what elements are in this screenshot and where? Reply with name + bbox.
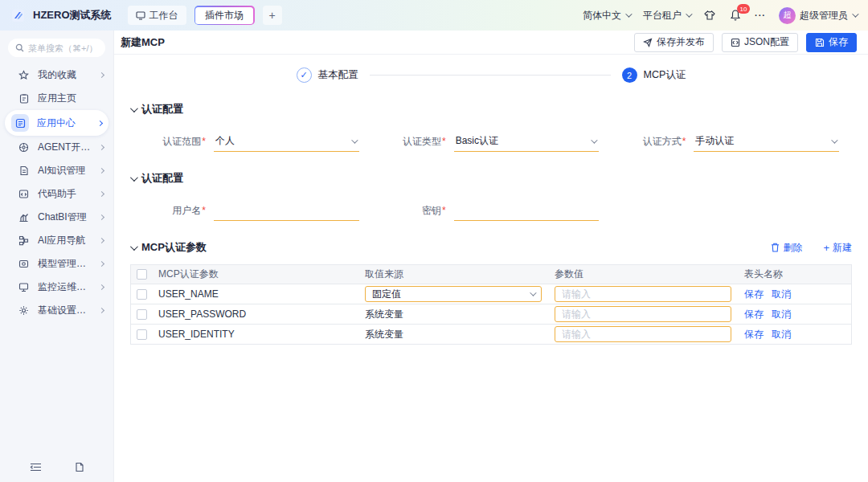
sidebar-item-ai-app-nav[interactable]: AI应用导航: [0, 229, 113, 252]
chevron-down-icon: [625, 10, 632, 17]
sidebar-item-ai-knowledge[interactable]: AI知识管理: [0, 159, 113, 182]
sidebar-item-base-settings[interactable]: 基础设置中心: [0, 299, 113, 322]
sidebar-item-label: AI应用导航: [38, 234, 92, 247]
menu-search[interactable]: [8, 39, 105, 57]
step-number: 2: [622, 67, 637, 83]
param-name-cell: USER_IDENTITY: [152, 329, 358, 340]
search-input[interactable]: [28, 43, 99, 53]
column-header: 参数值: [548, 268, 738, 281]
star-icon: [18, 69, 30, 81]
param-name-cell: USER_NAME: [152, 288, 358, 300]
select-all-checkbox[interactable]: [137, 269, 147, 280]
sidebar-item-code-assistant[interactable]: 代码助手: [0, 182, 113, 206]
sidebar-item-chatbi[interactable]: ChatBI管理: [0, 206, 113, 229]
param-value-input[interactable]: [562, 329, 724, 340]
bar-chart-icon: [18, 211, 30, 223]
collapse-chevron-icon[interactable]: [130, 243, 138, 251]
topbar: HZERO测试系统 工作台 插件市场 + 简体中文 平台租户 10: [0, 0, 868, 31]
param-value-input[interactable]: [562, 288, 724, 300]
collapse-chevron-icon[interactable]: [130, 174, 138, 182]
tenant-selector[interactable]: 平台租户: [643, 9, 690, 22]
save-label: 保存: [829, 35, 848, 49]
value-source-select[interactable]: 固定值: [365, 286, 542, 302]
chevron-down-icon: [351, 137, 358, 143]
create-row-button[interactable]: + 新建: [823, 241, 852, 255]
gear-icon: [18, 304, 30, 317]
model-card-icon: [18, 258, 30, 270]
auth-scope-select[interactable]: 个人: [214, 133, 359, 152]
save-button[interactable]: 保存: [806, 33, 857, 52]
user-menu[interactable]: 超 超级管理员: [779, 7, 857, 24]
new-tab-button[interactable]: +: [263, 6, 282, 25]
language-selector[interactable]: 简体中文: [583, 9, 630, 22]
monitor-icon: [18, 281, 30, 293]
search-icon: [15, 43, 24, 52]
required-mark: *: [202, 205, 206, 216]
sidebar-item-model-center[interactable]: 模型管理中心: [0, 252, 113, 276]
sidebar-item-agent-dev[interactable]: AGENT开发...: [0, 136, 113, 159]
auth-type-select[interactable]: Basic认证: [454, 133, 600, 152]
row-save-link[interactable]: 保存: [744, 288, 764, 301]
sidebar: 我的收藏 应用主页 应用中心 AGENT开发... AI知识管理 代码助手 Ch…: [0, 31, 114, 482]
tenant-label: 平台租户: [643, 9, 682, 22]
step-basic-config[interactable]: ✓ 基本配置: [297, 67, 358, 83]
param-name-cell: USER_PASSWORD: [152, 308, 358, 320]
auth-scope-value: 个人: [215, 134, 351, 148]
row-checkbox[interactable]: [137, 289, 147, 300]
chevron-right-icon: [97, 120, 103, 125]
tab-plugin-market[interactable]: 插件市场: [194, 6, 255, 25]
step-done-icon: ✓: [297, 67, 312, 83]
required-mark: *: [682, 136, 686, 147]
row-checkbox[interactable]: [137, 309, 147, 320]
create-label: 新建: [833, 241, 852, 255]
collapse-sidebar-icon[interactable]: [30, 462, 42, 472]
param-value-input[interactable]: [562, 308, 724, 320]
page-header: 新建MCP 保存并发布 JSON配置 保存: [114, 31, 868, 55]
row-save-link[interactable]: 保存: [744, 308, 764, 321]
sidebar-item-label: 基础设置中心: [38, 304, 92, 317]
username-input[interactable]: [215, 205, 356, 216]
tab-plugin-market-label: 插件市场: [205, 9, 244, 22]
field-label: 认证范围*: [148, 135, 206, 152]
json-config-button[interactable]: JSON配置: [722, 33, 798, 52]
required-mark: *: [442, 136, 446, 147]
row-checkbox[interactable]: [137, 329, 147, 340]
tab-workbench[interactable]: 工作台: [128, 6, 186, 25]
sidebar-item-label: 监控运维中心: [38, 280, 92, 294]
row-save-link[interactable]: 保存: [744, 328, 764, 341]
chevron-down-icon: [686, 10, 692, 17]
notifications-button[interactable]: 10: [729, 9, 742, 22]
sidebar-item-monitor-ops[interactable]: 监控运维中心: [0, 276, 113, 299]
more-menu-button[interactable]: ···: [755, 10, 766, 20]
main-panel: 新建MCP 保存并发布 JSON配置 保存 ✓ 基本配置: [114, 31, 868, 482]
auth-type-value: Basic认证: [456, 134, 592, 148]
row-cancel-link[interactable]: 取消: [772, 308, 791, 321]
save-publish-label: 保存并发布: [657, 35, 705, 49]
section-title: 认证配置: [141, 171, 183, 186]
agent-icon: [18, 141, 30, 153]
document-log-icon[interactable]: [75, 462, 84, 472]
field-spacer: [628, 202, 839, 221]
chevron-right-icon: [99, 168, 104, 174]
page-title: 新建MCP: [121, 35, 165, 50]
sidebar-item-favorites[interactable]: 我的收藏: [0, 63, 113, 87]
row-cancel-link[interactable]: 取消: [772, 288, 791, 301]
table-row: USER_PASSWORD 系统变量 保存 取消: [131, 304, 851, 325]
sidebar-item-label: 应用中心: [37, 116, 90, 130]
auth-method-select[interactable]: 手动认证: [694, 133, 839, 152]
save-publish-button[interactable]: 保存并发布: [634, 33, 714, 52]
row-cancel-link[interactable]: 取消: [772, 328, 791, 341]
username-input-wrap: [214, 202, 359, 221]
sidebar-item-app-center[interactable]: 应用中心: [5, 110, 108, 136]
param-value-input-wrap: [555, 326, 731, 342]
theme-skin-button[interactable]: [703, 9, 716, 22]
secret-key-input[interactable]: [456, 205, 596, 216]
step-mcp-auth[interactable]: 2 MCP认证: [622, 67, 686, 83]
value-source-cell: 系统变量: [358, 328, 548, 341]
delete-rows-button[interactable]: 删除: [771, 241, 802, 255]
sidebar-item-label: 代码助手: [38, 187, 92, 201]
delete-label: 删除: [783, 241, 802, 255]
sidebar-item-label: 我的收藏: [38, 68, 92, 82]
sidebar-item-app-home[interactable]: 应用主页: [0, 87, 113, 110]
collapse-chevron-icon[interactable]: [130, 104, 138, 112]
